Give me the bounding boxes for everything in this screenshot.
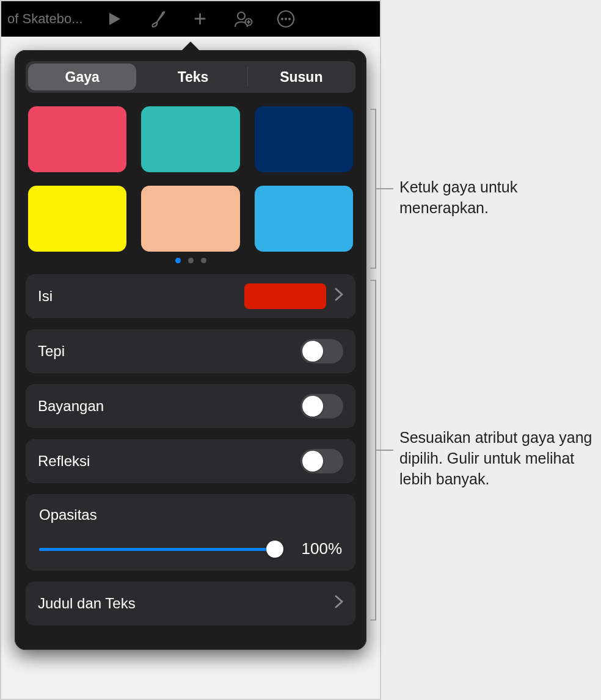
- chevron-right-icon: [335, 288, 343, 305]
- collaborate-icon[interactable]: [232, 10, 254, 28]
- page-dot: [201, 258, 206, 263]
- more-icon[interactable]: [275, 10, 297, 28]
- bracket-icon: [370, 109, 376, 269]
- callout-text: Sesuaikan atribut gaya yang dipilih. Gul…: [399, 428, 601, 489]
- page-dot: [188, 258, 194, 263]
- opacity-value: 100%: [293, 539, 342, 558]
- bracket-icon: [370, 280, 376, 621]
- chevron-right-icon: [335, 595, 343, 612]
- page-dot: [175, 258, 181, 263]
- shadow-toggle[interactable]: [300, 394, 343, 418]
- title-text-row[interactable]: Judul dan Teks: [26, 582, 355, 625]
- brush-icon[interactable]: [147, 10, 169, 28]
- border-row: Tepi: [26, 329, 355, 373]
- style-swatch[interactable]: [28, 186, 126, 252]
- row-label: Bayangan: [38, 398, 300, 415]
- style-swatch[interactable]: [28, 106, 126, 172]
- fill-color-swatch: [244, 283, 326, 309]
- callout-text: Ketuk gaya untuk menerapkan.: [399, 177, 577, 219]
- tab-label: Teks: [178, 69, 209, 86]
- row-label: Isi: [38, 288, 244, 305]
- tab-label: Gaya: [65, 69, 100, 86]
- svg-point-5: [288, 18, 291, 20]
- format-popover: Gaya Teks Susun Isi: [15, 50, 366, 650]
- opacity-slider[interactable]: [39, 542, 275, 556]
- opacity-row: Opasitas 100%: [26, 494, 355, 571]
- document-title: of Skatebo...: [7, 11, 83, 27]
- leader-line: [376, 450, 393, 451]
- reflection-row: Refleksi: [26, 439, 355, 483]
- style-swatch[interactable]: [255, 106, 353, 172]
- fill-row[interactable]: Isi: [26, 274, 355, 318]
- style-swatch[interactable]: [141, 106, 239, 172]
- slider-thumb[interactable]: [266, 541, 283, 558]
- shadow-row: Bayangan: [26, 384, 355, 428]
- row-label: Judul dan Teks: [38, 595, 335, 612]
- row-label: Tepi: [38, 343, 300, 360]
- titlebar: of Skatebo... +: [1, 1, 380, 37]
- page-indicator[interactable]: [26, 258, 355, 263]
- tab-arrange[interactable]: Susun: [247, 61, 355, 93]
- style-swatch[interactable]: [255, 186, 353, 252]
- segmented-tabs: Gaya Teks Susun: [26, 61, 355, 93]
- tab-label: Susun: [280, 69, 322, 86]
- reflection-toggle[interactable]: [300, 449, 343, 473]
- play-icon[interactable]: [104, 12, 126, 26]
- svg-point-4: [285, 18, 287, 20]
- border-toggle[interactable]: [300, 339, 343, 363]
- app-frame: of Skatebo... + Gaya Teks Susun: [0, 0, 381, 700]
- leader-line: [376, 188, 393, 189]
- style-swatch-grid: [28, 106, 353, 252]
- row-label: Refleksi: [38, 453, 300, 470]
- svg-point-0: [238, 12, 245, 20]
- tab-style[interactable]: Gaya: [28, 64, 136, 90]
- svg-point-3: [281, 18, 283, 20]
- row-label: Opasitas: [39, 506, 342, 523]
- tab-text[interactable]: Teks: [139, 61, 247, 93]
- style-swatch[interactable]: [141, 186, 239, 252]
